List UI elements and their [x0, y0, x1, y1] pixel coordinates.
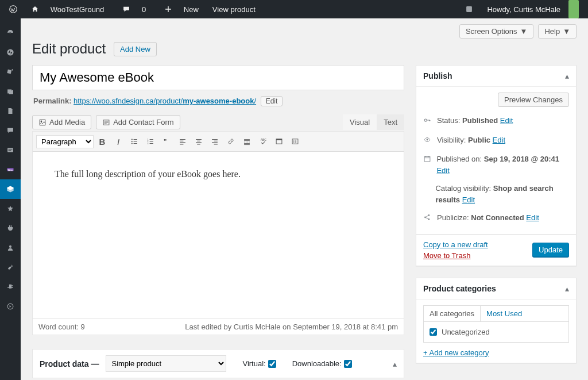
site-home-link[interactable]: WooTestGround — [22, 0, 113, 18]
new-link[interactable]: New — [155, 0, 208, 18]
avatar — [568, 0, 579, 18]
editor-content[interactable]: The full long description of your eBook … — [33, 152, 404, 318]
status-edit-link[interactable]: Edit — [500, 116, 513, 125]
menu-dashboard[interactable] — [0, 23, 21, 43]
align-left-button[interactable] — [175, 134, 190, 149]
svg-text:": " — [164, 138, 167, 145]
menu-media[interactable] — [0, 82, 21, 101]
downloadable-checkbox[interactable]: Downloadable: — [292, 359, 352, 368]
category-checkbox-uncategorized[interactable]: Uncategorized — [430, 328, 563, 336]
notification-icon[interactable] — [461, 0, 478, 18]
add-contact-form-button[interactable]: Add Contact Form — [96, 115, 180, 129]
comments-link[interactable]: 0 — [113, 0, 155, 18]
catalog-edit-link[interactable]: Edit — [462, 195, 475, 204]
svg-point-8 — [41, 120, 42, 122]
menu-products[interactable] — [0, 179, 21, 199]
categories-panel: Product categories▴ All categories Most … — [416, 278, 577, 363]
page-title: Edit product — [32, 41, 106, 57]
tab-most-used[interactable]: Most Used — [481, 306, 528, 321]
add-new-button[interactable]: Add New — [114, 42, 157, 56]
svg-rect-19 — [276, 139, 282, 140]
svg-point-11 — [131, 141, 133, 142]
svg-rect-1 — [466, 6, 472, 12]
svg-rect-23 — [424, 157, 430, 162]
svg-point-22 — [427, 139, 428, 140]
view-product-link[interactable]: View product — [208, 0, 260, 18]
product-data-panel: Product data — Simple product Virtual: D… — [32, 349, 404, 378]
menu-settings[interactable] — [0, 277, 21, 297]
format-select[interactable]: Paragraph — [36, 135, 94, 148]
spellcheck-button[interactable]: ABC — [256, 134, 270, 149]
svg-point-21 — [424, 119, 427, 121]
virtual-checkbox[interactable]: Virtual: — [242, 359, 276, 368]
permalink-edit-button[interactable]: Edit — [261, 96, 283, 106]
menu-appearance[interactable] — [0, 199, 21, 218]
editor-container: Paragraph B I 123 " ABC The full long de… — [32, 131, 404, 335]
update-button[interactable]: Update — [532, 243, 569, 257]
link-button[interactable] — [223, 134, 238, 149]
menu-posts[interactable] — [0, 62, 21, 82]
publicize-edit-link[interactable]: Edit — [526, 213, 539, 222]
quote-button[interactable]: " — [159, 134, 174, 149]
bullet-list-button[interactable] — [127, 134, 142, 149]
tab-text[interactable]: Text — [377, 114, 404, 130]
wp-logo[interactable] — [5, 0, 22, 18]
svg-point-26 — [428, 218, 430, 220]
fullscreen-button[interactable] — [272, 134, 287, 149]
copy-draft-link[interactable]: Copy to a new draft — [423, 240, 488, 249]
svg-point-10 — [131, 139, 133, 140]
date-edit-link[interactable]: Edit — [436, 166, 449, 175]
move-trash-link[interactable]: Move to Trash — [423, 251, 470, 260]
tab-visual[interactable]: Visual — [343, 114, 377, 130]
menu-comments[interactable] — [0, 121, 21, 140]
menu-woocommerce[interactable]: Woo — [0, 160, 21, 179]
add-media-button[interactable]: Add Media — [32, 115, 91, 129]
product-title-input[interactable] — [32, 65, 404, 90]
menu-jetpack[interactable] — [0, 43, 21, 62]
chevron-up-icon[interactable]: ▴ — [393, 359, 397, 369]
site-name: WooTestGround — [46, 0, 109, 18]
svg-rect-3 — [7, 148, 13, 152]
menu-pages[interactable] — [0, 101, 21, 121]
menu-collapse[interactable] — [0, 297, 21, 316]
toolbar-toggle-button[interactable] — [288, 134, 303, 149]
word-count: Word count: 9 — [38, 323, 85, 331]
key-icon — [423, 116, 432, 128]
svg-point-24 — [424, 217, 426, 218]
share-icon — [423, 213, 432, 225]
help-button[interactable]: Help ▼ — [538, 24, 577, 39]
screen-options-button[interactable]: Screen Options ▼ — [459, 24, 533, 39]
last-edited: Last edited by Curtis McHale on Septembe… — [185, 323, 398, 331]
svg-text:ABC: ABC — [261, 139, 267, 141]
align-center-button[interactable] — [191, 134, 206, 149]
eye-icon — [423, 136, 432, 147]
svg-point-12 — [131, 143, 133, 144]
product-type-select[interactable]: Simple product — [106, 355, 226, 372]
menu-plugins[interactable] — [0, 218, 21, 238]
permalink-row: Permalink: https://woo.sfndesign.ca/prod… — [33, 96, 403, 106]
visibility-edit-link[interactable]: Edit — [493, 136, 505, 144]
chevron-up-icon[interactable]: ▴ — [565, 284, 569, 293]
readmore-button[interactable] — [239, 134, 254, 149]
calendar-icon — [423, 155, 432, 166]
menu-feedback[interactable] — [0, 140, 21, 160]
italic-button[interactable]: I — [111, 134, 126, 149]
permalink-link[interactable]: https://woo.sfndesign.ca/product/my-awes… — [74, 97, 256, 105]
chevron-up-icon[interactable]: ▴ — [565, 71, 569, 80]
svg-point-2 — [7, 49, 13, 55]
preview-changes-button[interactable]: Preview Changes — [498, 93, 569, 107]
svg-point-25 — [428, 214, 430, 216]
svg-point-6 — [9, 245, 11, 248]
svg-text:Woo: Woo — [8, 168, 13, 171]
bold-button[interactable]: B — [95, 134, 110, 149]
add-category-link[interactable]: + Add new category — [423, 348, 489, 357]
publish-panel: Publish▴ Preview Changes Status: Publish… — [416, 65, 577, 266]
menu-tools[interactable] — [0, 258, 21, 277]
svg-text:3: 3 — [147, 143, 148, 145]
tab-all-categories[interactable]: All categories — [424, 306, 481, 321]
number-list-button[interactable]: 123 — [143, 134, 158, 149]
howdy-user[interactable]: Howdy, Curtis McHale — [478, 0, 583, 18]
menu-users[interactable] — [0, 238, 21, 258]
admin-toolbar: WooTestGround 0 New View product Howdy, … — [0, 0, 588, 18]
align-right-button[interactable] — [207, 134, 222, 149]
